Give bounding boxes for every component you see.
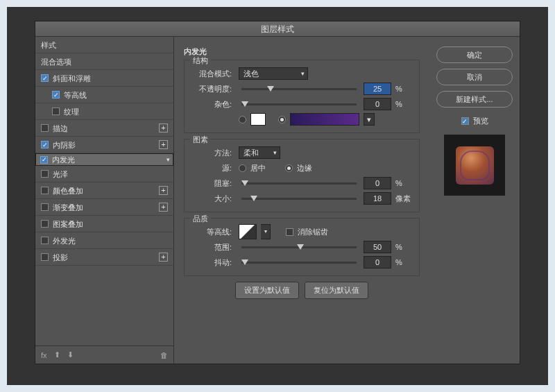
noise-slider[interactable] [241,103,357,105]
label: 光泽 [53,166,68,182]
checkbox-icon[interactable] [52,108,60,115]
contour-preview[interactable] [239,224,257,239]
plus-icon[interactable]: + [159,186,168,195]
style-item-inner-glow[interactable]: 内发光 [35,153,173,166]
label: 纹理 [64,103,79,120]
ok-button[interactable]: 确定 [436,46,513,63]
plus-icon[interactable]: + [159,123,168,133]
style-item-gradient-overlay[interactable]: 渐变叠加+ [35,199,173,216]
blend-mode-select[interactable]: 浅色 [239,67,308,80]
checkbox-icon[interactable] [41,74,49,82]
label: 混合选项 [41,53,71,70]
method-label: 方法: [191,148,232,158]
choke-input[interactable]: 0 [364,177,391,189]
label: 投影 [53,249,68,266]
styles-header[interactable]: 样式 [35,37,173,53]
size-input[interactable]: 18 [364,192,391,205]
size-label: 大小: [191,194,232,204]
style-item-drop-shadow[interactable]: 投影+ [35,249,173,266]
down-icon[interactable]: ⬇ [67,350,74,359]
group-elements: 图素 方法:柔和 源:居中边缘 阻塞:0% 大小:18像素 [184,139,420,212]
trash-icon[interactable]: 🗑 [160,351,168,359]
unit: % [395,258,412,266]
opacity-input[interactable]: 25 [364,83,391,95]
source-label: 源: [191,163,232,173]
label: 内阴影 [53,137,76,153]
source-center-label: 居中 [250,163,266,173]
checkbox-icon[interactable] [41,237,49,244]
checkbox-icon[interactable] [41,141,49,148]
dialog-title: 图层样式 [35,22,520,37]
plus-icon[interactable]: + [159,140,168,149]
panel-title: 内发光 [184,46,420,57]
noise-label: 杂色: [191,99,232,110]
group-title: 品质 [190,214,211,224]
size-slider[interactable] [241,198,357,200]
right-panel: 确定 取消 新建样式... 预览 [429,37,520,364]
label: 内发光 [52,154,75,165]
style-item-inner-shadow[interactable]: 内阴影+ [35,137,173,153]
label: 等高线 [64,87,87,103]
opacity-slider[interactable] [241,88,357,90]
label: 图案叠加 [53,216,83,232]
gradient-swatch[interactable] [290,113,359,126]
group-title: 结构 [190,56,211,66]
center-panel: 内发光 结构 混合模式:浅色 不透明度:25% 杂色:0% ▾ 图素 方法:柔和… [174,37,429,364]
checkbox-icon[interactable] [41,253,49,261]
style-item-outer-glow[interactable]: 外发光 [35,232,173,249]
checkbox-icon[interactable] [41,220,49,228]
app-background: 图层样式 样式 混合选项 斜面和浮雕 等高线 纹理 描边+ 内阴影+ 内发光 光… [7,7,548,385]
style-item-texture[interactable]: 纹理 [35,103,173,120]
range-input[interactable]: 50 [364,241,391,253]
plus-icon[interactable]: + [159,253,168,262]
contour-dropdown[interactable]: ▾ [261,224,271,239]
source-edge-radio[interactable] [285,164,293,172]
checkbox-icon[interactable] [41,124,49,132]
preview-label: 预览 [473,116,488,126]
color-radio[interactable] [239,116,246,123]
unit: % [395,85,412,93]
style-item-bevel[interactable]: 斜面和浮雕 [35,70,173,87]
left-bottom-bar: fx ⬆ ⬇ 🗑 [35,346,173,364]
up-icon[interactable]: ⬆ [54,350,60,359]
antialias-label: 消除锯齿 [298,227,328,237]
fx-icon[interactable]: fx [41,351,47,359]
cancel-button[interactable]: 取消 [436,69,513,85]
source-center-radio[interactable] [239,164,246,172]
antialias-checkbox[interactable] [286,228,293,236]
label: 描边 [53,120,68,137]
label: 颜色叠加 [53,182,83,199]
jitter-slider[interactable] [241,262,357,264]
blend-mode-label: 混合模式: [191,69,232,79]
checkbox-icon[interactable] [41,187,49,194]
blend-options-header[interactable]: 混合选项 [35,53,173,70]
choke-slider[interactable] [241,182,357,185]
method-select[interactable]: 柔和 [239,146,280,159]
checkbox-icon[interactable] [40,156,48,164]
jitter-label: 抖动: [191,257,232,268]
new-style-button[interactable]: 新建样式... [436,91,513,108]
style-item-color-overlay[interactable]: 颜色叠加+ [35,182,173,199]
preview-checkbox[interactable] [461,117,469,125]
style-item-pattern-overlay[interactable]: 图案叠加 [35,216,173,232]
jitter-input[interactable]: 0 [364,256,391,269]
gradient-dropdown[interactable]: ▾ [364,113,375,126]
style-item-contour[interactable]: 等高线 [35,87,173,103]
checkbox-icon[interactable] [41,203,49,211]
unit: % [395,179,412,187]
label: 外发光 [53,232,76,249]
plus-icon[interactable]: + [159,203,168,212]
checkbox-icon[interactable] [52,91,60,99]
set-default-button[interactable]: 设置为默认值 [235,282,299,299]
color-swatch[interactable] [250,113,266,126]
range-label: 范围: [191,242,232,253]
gradient-radio[interactable] [278,116,286,123]
style-item-stroke[interactable]: 描边+ [35,120,173,137]
range-slider[interactable] [241,246,357,248]
checkbox-icon[interactable] [41,170,49,178]
reset-default-button[interactable]: 复位为默认值 [305,282,368,299]
unit: 像素 [395,194,412,204]
style-item-satin[interactable]: 光泽 [35,166,173,182]
label: 斜面和浮雕 [53,70,91,87]
noise-input[interactable]: 0 [364,98,391,110]
